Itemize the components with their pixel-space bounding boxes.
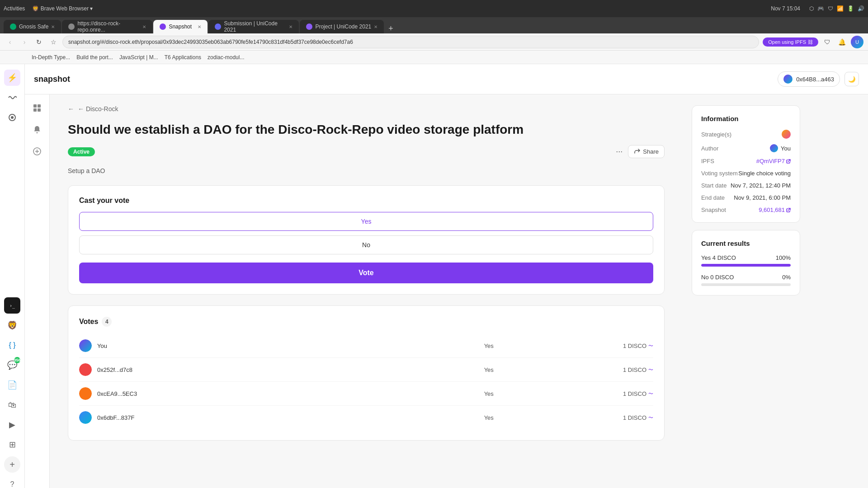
gnosis-tab-close[interactable]: ✕ (51, 24, 55, 29)
url-text: snapshot.org/#/disco-rock.eth/proposal/0… (68, 39, 353, 45)
info-row-strategies: Strategie(s) (701, 130, 791, 139)
sidebar-icon-circle[interactable] (4, 109, 20, 126)
url-tab-close[interactable]: ✕ (142, 24, 146, 29)
snapshot-body: ← ← Disco-Rock Should we establish a DAO… (25, 94, 868, 488)
result-bar-no (701, 283, 791, 286)
sys-icon-1: ⬡ (809, 5, 814, 12)
snap-nav-add[interactable] (29, 143, 45, 160)
sidebar-icon-brave[interactable]: 🦁 (4, 317, 20, 333)
votes-header: Votes 4 (79, 317, 653, 327)
bookmark-4[interactable]: zodiac-modul... (208, 54, 244, 61)
voter-address-1: 0x252f...d7c8 (97, 366, 355, 373)
voter-power-2: 1 DISCO 〜 (623, 390, 653, 397)
info-row-voting-system: Voting system Single choice voting (701, 170, 791, 177)
sidebar-icon-video[interactable]: ▶ (4, 417, 20, 433)
vote-wave-icon-0: 〜 (648, 343, 653, 349)
result-bar-yes (701, 264, 791, 267)
external-link-icon (786, 159, 791, 164)
address-bar[interactable]: snapshot.org/#/disco-rock.eth/proposal/0… (62, 36, 759, 48)
snapshot-logo: snapshot (34, 75, 70, 84)
ipfs-link[interactable]: #QmViFP7 (756, 158, 791, 164)
tab-submission[interactable]: Submission | UniCode 2021 ✕ (208, 20, 299, 33)
sys-icon-4: 📶 (837, 5, 844, 12)
breadcrumb[interactable]: ← ← Disco-Rock (68, 105, 665, 113)
sidebar-icon-vscode[interactable]: { } (4, 337, 20, 353)
vote-option-no[interactable]: No (79, 235, 653, 254)
voter-choice-2: Yes (360, 390, 618, 397)
more-options-button[interactable]: ··· (616, 147, 623, 156)
brave-wallet-icon[interactable]: U (851, 36, 863, 48)
voter-avatar-3 (79, 411, 92, 424)
project-tab-close[interactable]: ✕ (374, 24, 377, 29)
sys-icon-5: 🔋 (847, 5, 854, 12)
bookmark-0[interactable]: In-Depth Type... (32, 54, 70, 61)
svg-rect-5 (38, 108, 41, 112)
info-row-author: Author You (701, 144, 791, 152)
proposal-title: Should we establish a DAO for the Disco-… (68, 122, 665, 138)
tab-snapshot[interactable]: Snapshot ✕ (153, 20, 208, 33)
submission-tab-label: Submission | UniCode 2021 (224, 20, 286, 33)
share-button[interactable]: Share (628, 145, 665, 158)
sidebar-icon-grid[interactable]: ⊞ (4, 436, 20, 453)
voter-avatar-2 (79, 387, 92, 400)
bookmarks-bar: In-Depth Type... Build the port... JavaS… (0, 51, 868, 64)
right-sidebar: Information Strategie(s) Author You IP (683, 94, 809, 488)
new-tab-button[interactable]: + (385, 24, 397, 33)
result-no-label: No 0 DISCO (701, 274, 734, 281)
tab-snapshot-url[interactable]: https://disco-rock-repo.onre... ✕ (62, 20, 152, 33)
sidebar-icon-discord[interactable]: 💬 356 (4, 357, 20, 373)
info-row-ipfs: IPFS #QmViFP7 (701, 158, 791, 164)
url-tab-label: https://disco-rock-repo.onre... (77, 20, 140, 33)
back-button[interactable]: ‹ (5, 37, 15, 47)
snap-nav-home[interactable] (29, 100, 45, 116)
brave-rewards-icon[interactable]: 🔔 (836, 37, 847, 47)
sidebar-icon-wave[interactable] (4, 89, 20, 106)
bookmark-1[interactable]: Build the port... (76, 54, 113, 61)
brave-shield-icon[interactable]: 🛡 (822, 37, 833, 47)
reload-button[interactable]: ↻ (33, 37, 44, 47)
bookmark-button[interactable]: ☆ (48, 37, 59, 47)
sidebar-icon-home[interactable]: ⚡ (4, 70, 20, 86)
sidebar-icon-document[interactable]: 📄 (4, 377, 20, 393)
user-badge[interactable]: 0x64B8...a463 (778, 71, 840, 87)
snap-nav-bell[interactable] (29, 122, 45, 138)
forward-button[interactable]: › (19, 37, 30, 47)
submission-tab-icon (215, 23, 221, 30)
activity-label: Activities (4, 5, 25, 12)
system-icons: ⬡ 🎮 🛡 📶 🔋 🔊 (809, 5, 864, 12)
info-row-end-date: End date Nov 9, 2021, 6:00 PM (701, 194, 791, 201)
information-card: Information Strategie(s) Author You IP (692, 105, 800, 223)
start-date-value: Nov 7, 2021, 12:40 PM (731, 182, 791, 189)
meta-actions: ··· Share (616, 145, 665, 158)
svg-point-1 (11, 116, 14, 119)
end-date-label: End date (701, 194, 725, 201)
voter-power-3: 1 DISCO 〜 (623, 414, 653, 421)
result-yes-label: Yes 4 DISCO (701, 254, 736, 261)
browser-chrome: Activities 🦁 Brave Web Browser ▾ Nov 7 1… (0, 0, 868, 33)
info-row-start-date: Start date Nov 7, 2021, 12:40 PM (701, 182, 791, 189)
bookmark-2[interactable]: JavaScript | M... (119, 54, 158, 61)
vote-button[interactable]: Vote (79, 263, 653, 283)
open-ipfs-button[interactable]: Open using IPFS ⛓ (763, 38, 818, 47)
snapshot-link[interactable]: 9,601,681 (759, 206, 791, 213)
sidebar-help-button[interactable]: ? (4, 476, 20, 488)
sidebar-icon-store[interactable]: 🛍 (4, 397, 20, 413)
snapshot-tab-close[interactable]: ✕ (198, 24, 201, 29)
voter-choice-1: Yes (360, 366, 618, 373)
sidebar-add-button[interactable]: + (4, 456, 20, 473)
theme-toggle-button[interactable]: 🌙 (844, 72, 859, 86)
browser-top-bar: Activities 🦁 Brave Web Browser ▾ Nov 7 1… (0, 0, 868, 17)
header-right: 0x64B8...a463 🌙 (778, 71, 859, 87)
information-card-title: Information (701, 115, 791, 122)
sidebar-icon-terminal[interactable]: ›_ (4, 297, 20, 314)
voter-address-0: You (97, 343, 355, 349)
bookmark-3[interactable]: T6 Applications (165, 54, 201, 61)
snapshot-left-nav (25, 94, 50, 488)
vote-option-yes[interactable]: Yes (79, 212, 653, 231)
tab-project[interactable]: Project | UniCode 2021 ✕ (300, 20, 384, 33)
submission-tab-close[interactable]: ✕ (289, 24, 292, 29)
author-label: Author (701, 145, 718, 152)
tab-gnosis[interactable]: Gnosis Safe ✕ (4, 20, 61, 33)
author-avatar (770, 144, 778, 152)
voter-avatar-0 (79, 339, 92, 352)
